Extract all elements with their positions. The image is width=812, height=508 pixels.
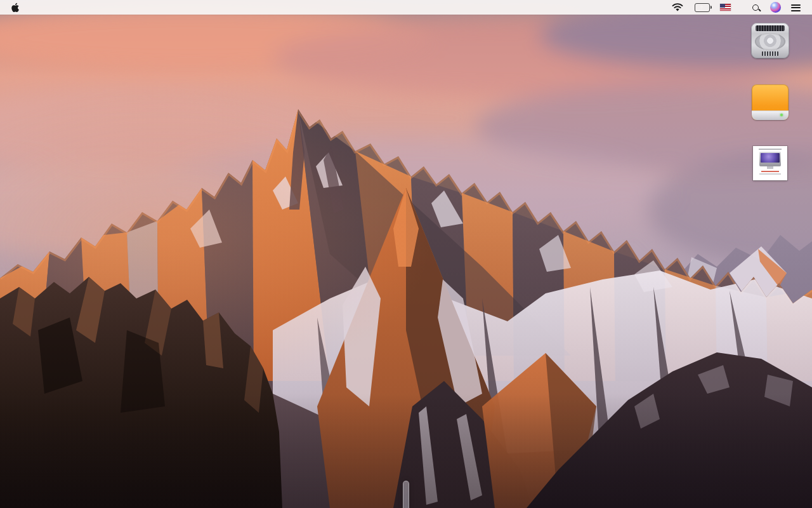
- notification-center-menu[interactable]: [786, 4, 806, 11]
- desktop-icon-image-file[interactable]: [753, 146, 787, 184]
- battery-menu[interactable]: [688, 3, 715, 12]
- dock: [403, 481, 409, 508]
- spotlight-menu[interactable]: [746, 4, 765, 11]
- wifi-menu[interactable]: [667, 3, 688, 11]
- menu-bar-status: [667, 2, 806, 13]
- desktop-icon-internal-drive[interactable]: [751, 23, 789, 62]
- battery-charging-icon: [695, 3, 710, 12]
- notification-center-icon: [791, 4, 801, 11]
- wifi-icon: [672, 3, 683, 11]
- desktop-icon-external-drive[interactable]: [752, 84, 789, 123]
- siri-menu[interactable]: [765, 2, 786, 13]
- menu-bar-left: [6, 3, 102, 13]
- png-preview-icon: [753, 146, 787, 180]
- desktop-icon-column: [741, 23, 799, 184]
- desktop-wallpaper: [0, 0, 812, 508]
- apple-icon: [11, 3, 20, 13]
- external-drive-icon: [752, 84, 789, 120]
- hard-drive-icon: [751, 23, 789, 58]
- macos-desktop: [0, 0, 812, 508]
- siri-icon: [770, 2, 781, 13]
- input-source-menu[interactable]: [715, 4, 736, 11]
- us-flag-icon: [720, 4, 731, 11]
- spotlight-search-icon: [752, 4, 759, 11]
- apple-menu[interactable]: [6, 3, 26, 13]
- menu-bar: [0, 0, 812, 15]
